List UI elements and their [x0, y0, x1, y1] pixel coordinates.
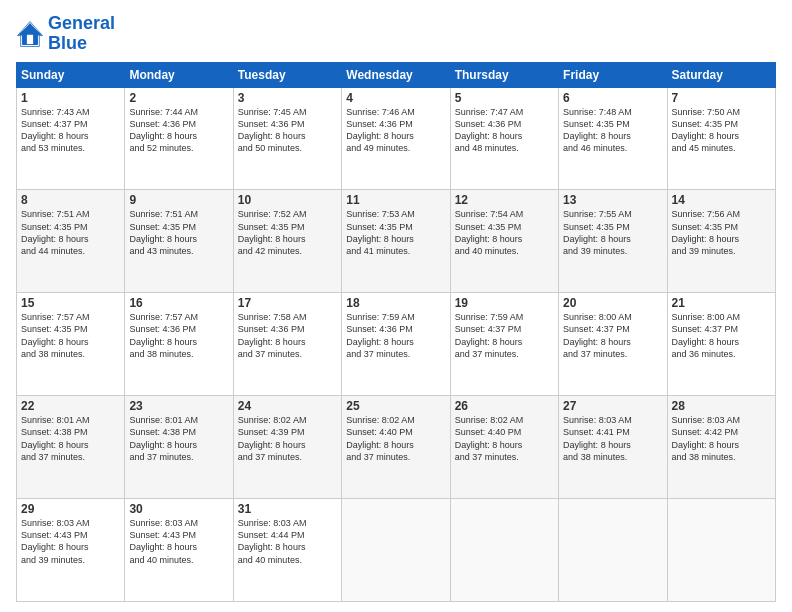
day-number: 16	[129, 296, 228, 310]
day-number: 1	[21, 91, 120, 105]
day-info: Sunrise: 8:03 AMSunset: 4:44 PMDaylight:…	[238, 517, 337, 566]
day-number: 20	[563, 296, 662, 310]
day-info: Sunrise: 8:03 AMSunset: 4:43 PMDaylight:…	[129, 517, 228, 566]
day-number: 21	[672, 296, 771, 310]
day-info: Sunrise: 7:55 AMSunset: 4:35 PMDaylight:…	[563, 208, 662, 257]
day-number: 15	[21, 296, 120, 310]
calendar-cell: 14Sunrise: 7:56 AMSunset: 4:35 PMDayligh…	[667, 190, 775, 293]
calendar-cell: 16Sunrise: 7:57 AMSunset: 4:36 PMDayligh…	[125, 293, 233, 396]
day-info: Sunrise: 7:47 AMSunset: 4:36 PMDaylight:…	[455, 106, 554, 155]
weekday-header: Sunday	[17, 62, 125, 87]
header: General Blue	[16, 14, 776, 54]
day-info: Sunrise: 7:57 AMSunset: 4:36 PMDaylight:…	[129, 311, 228, 360]
calendar-cell: 2Sunrise: 7:44 AMSunset: 4:36 PMDaylight…	[125, 87, 233, 190]
day-info: Sunrise: 7:52 AMSunset: 4:35 PMDaylight:…	[238, 208, 337, 257]
calendar-cell: 4Sunrise: 7:46 AMSunset: 4:36 PMDaylight…	[342, 87, 450, 190]
day-info: Sunrise: 7:48 AMSunset: 4:35 PMDaylight:…	[563, 106, 662, 155]
day-number: 24	[238, 399, 337, 413]
day-number: 4	[346, 91, 445, 105]
calendar-cell: 19Sunrise: 7:59 AMSunset: 4:37 PMDayligh…	[450, 293, 558, 396]
day-info: Sunrise: 7:50 AMSunset: 4:35 PMDaylight:…	[672, 106, 771, 155]
day-number: 13	[563, 193, 662, 207]
day-number: 10	[238, 193, 337, 207]
calendar-cell: 11Sunrise: 7:53 AMSunset: 4:35 PMDayligh…	[342, 190, 450, 293]
day-number: 22	[21, 399, 120, 413]
day-info: Sunrise: 7:59 AMSunset: 4:36 PMDaylight:…	[346, 311, 445, 360]
day-number: 9	[129, 193, 228, 207]
day-info: Sunrise: 8:00 AMSunset: 4:37 PMDaylight:…	[672, 311, 771, 360]
day-info: Sunrise: 8:03 AMSunset: 4:42 PMDaylight:…	[672, 414, 771, 463]
day-info: Sunrise: 8:02 AMSunset: 4:40 PMDaylight:…	[455, 414, 554, 463]
weekday-header: Friday	[559, 62, 667, 87]
calendar-cell: 20Sunrise: 8:00 AMSunset: 4:37 PMDayligh…	[559, 293, 667, 396]
calendar-cell: 9Sunrise: 7:51 AMSunset: 4:35 PMDaylight…	[125, 190, 233, 293]
calendar-cell: 28Sunrise: 8:03 AMSunset: 4:42 PMDayligh…	[667, 396, 775, 499]
calendar-cell	[559, 499, 667, 602]
calendar-cell: 31Sunrise: 8:03 AMSunset: 4:44 PMDayligh…	[233, 499, 341, 602]
day-info: Sunrise: 8:01 AMSunset: 4:38 PMDaylight:…	[21, 414, 120, 463]
day-info: Sunrise: 7:53 AMSunset: 4:35 PMDaylight:…	[346, 208, 445, 257]
calendar-cell: 13Sunrise: 7:55 AMSunset: 4:35 PMDayligh…	[559, 190, 667, 293]
calendar-cell: 18Sunrise: 7:59 AMSunset: 4:36 PMDayligh…	[342, 293, 450, 396]
day-number: 6	[563, 91, 662, 105]
calendar-cell: 23Sunrise: 8:01 AMSunset: 4:38 PMDayligh…	[125, 396, 233, 499]
day-info: Sunrise: 7:44 AMSunset: 4:36 PMDaylight:…	[129, 106, 228, 155]
calendar-cell	[342, 499, 450, 602]
day-number: 2	[129, 91, 228, 105]
day-number: 7	[672, 91, 771, 105]
day-number: 30	[129, 502, 228, 516]
day-number: 29	[21, 502, 120, 516]
day-info: Sunrise: 7:45 AMSunset: 4:36 PMDaylight:…	[238, 106, 337, 155]
day-number: 5	[455, 91, 554, 105]
calendar-cell: 25Sunrise: 8:02 AMSunset: 4:40 PMDayligh…	[342, 396, 450, 499]
day-info: Sunrise: 8:03 AMSunset: 4:41 PMDaylight:…	[563, 414, 662, 463]
calendar-cell: 12Sunrise: 7:54 AMSunset: 4:35 PMDayligh…	[450, 190, 558, 293]
day-info: Sunrise: 7:59 AMSunset: 4:37 PMDaylight:…	[455, 311, 554, 360]
day-info: Sunrise: 7:54 AMSunset: 4:35 PMDaylight:…	[455, 208, 554, 257]
day-number: 31	[238, 502, 337, 516]
logo: General Blue	[16, 14, 115, 54]
weekday-header: Monday	[125, 62, 233, 87]
calendar-cell: 15Sunrise: 7:57 AMSunset: 4:35 PMDayligh…	[17, 293, 125, 396]
weekday-header: Thursday	[450, 62, 558, 87]
calendar-cell: 27Sunrise: 8:03 AMSunset: 4:41 PMDayligh…	[559, 396, 667, 499]
calendar-cell: 3Sunrise: 7:45 AMSunset: 4:36 PMDaylight…	[233, 87, 341, 190]
day-info: Sunrise: 7:56 AMSunset: 4:35 PMDaylight:…	[672, 208, 771, 257]
calendar-cell	[667, 499, 775, 602]
calendar-cell: 30Sunrise: 8:03 AMSunset: 4:43 PMDayligh…	[125, 499, 233, 602]
day-info: Sunrise: 7:58 AMSunset: 4:36 PMDaylight:…	[238, 311, 337, 360]
day-number: 26	[455, 399, 554, 413]
day-info: Sunrise: 8:03 AMSunset: 4:43 PMDaylight:…	[21, 517, 120, 566]
day-number: 27	[563, 399, 662, 413]
weekday-header: Tuesday	[233, 62, 341, 87]
calendar-cell: 24Sunrise: 8:02 AMSunset: 4:39 PMDayligh…	[233, 396, 341, 499]
day-number: 11	[346, 193, 445, 207]
day-info: Sunrise: 7:46 AMSunset: 4:36 PMDaylight:…	[346, 106, 445, 155]
logo-text: General Blue	[48, 14, 115, 54]
calendar-cell: 10Sunrise: 7:52 AMSunset: 4:35 PMDayligh…	[233, 190, 341, 293]
weekday-header: Saturday	[667, 62, 775, 87]
weekday-header: Wednesday	[342, 62, 450, 87]
calendar-cell: 7Sunrise: 7:50 AMSunset: 4:35 PMDaylight…	[667, 87, 775, 190]
calendar-cell: 22Sunrise: 8:01 AMSunset: 4:38 PMDayligh…	[17, 396, 125, 499]
calendar-cell: 21Sunrise: 8:00 AMSunset: 4:37 PMDayligh…	[667, 293, 775, 396]
day-number: 3	[238, 91, 337, 105]
calendar-cell: 26Sunrise: 8:02 AMSunset: 4:40 PMDayligh…	[450, 396, 558, 499]
logo-icon	[16, 20, 44, 48]
calendar-cell: 17Sunrise: 7:58 AMSunset: 4:36 PMDayligh…	[233, 293, 341, 396]
day-number: 14	[672, 193, 771, 207]
calendar-cell	[450, 499, 558, 602]
calendar-cell: 29Sunrise: 8:03 AMSunset: 4:43 PMDayligh…	[17, 499, 125, 602]
day-info: Sunrise: 7:51 AMSunset: 4:35 PMDaylight:…	[21, 208, 120, 257]
day-info: Sunrise: 8:02 AMSunset: 4:39 PMDaylight:…	[238, 414, 337, 463]
calendar-cell: 5Sunrise: 7:47 AMSunset: 4:36 PMDaylight…	[450, 87, 558, 190]
day-info: Sunrise: 7:43 AMSunset: 4:37 PMDaylight:…	[21, 106, 120, 155]
calendar-table: SundayMondayTuesdayWednesdayThursdayFrid…	[16, 62, 776, 602]
day-number: 23	[129, 399, 228, 413]
day-number: 17	[238, 296, 337, 310]
day-info: Sunrise: 8:01 AMSunset: 4:38 PMDaylight:…	[129, 414, 228, 463]
day-number: 25	[346, 399, 445, 413]
day-info: Sunrise: 8:00 AMSunset: 4:37 PMDaylight:…	[563, 311, 662, 360]
day-number: 28	[672, 399, 771, 413]
day-info: Sunrise: 7:51 AMSunset: 4:35 PMDaylight:…	[129, 208, 228, 257]
